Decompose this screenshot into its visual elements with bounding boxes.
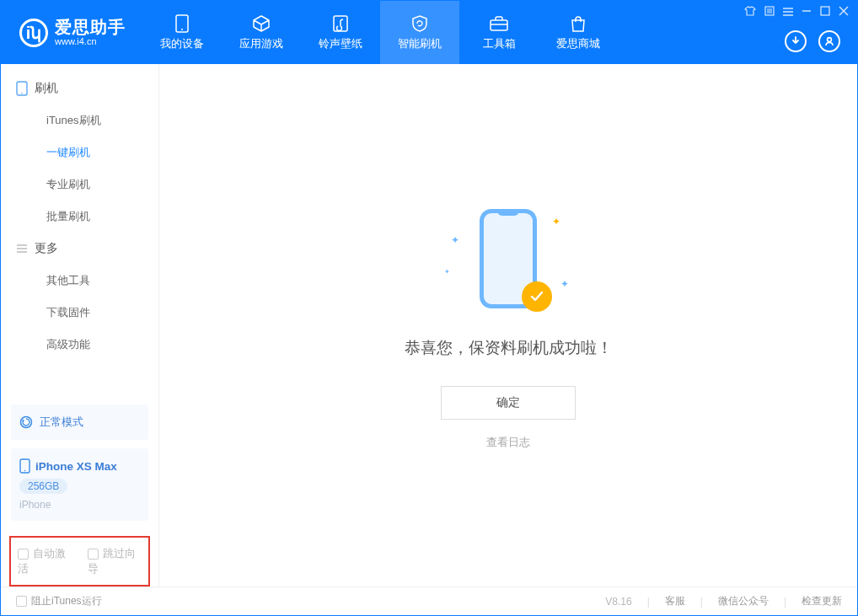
menu-icon[interactable]: [783, 6, 793, 19]
view-log-link[interactable]: 查看日志: [486, 435, 530, 450]
sidebar-item-itunes-flash[interactable]: iTunes刷机: [1, 104, 158, 137]
sidebar-item-other-tools[interactable]: 其他工具: [1, 265, 158, 297]
app-url: www.i4.cn: [55, 36, 126, 46]
app-title: 爱思助手: [55, 18, 126, 36]
svg-rect-14: [821, 7, 829, 15]
music-file-icon: [329, 14, 352, 33]
svg-point-1: [181, 29, 183, 30]
tab-toolbox[interactable]: 工具箱: [459, 1, 539, 64]
download-icon[interactable]: [785, 30, 807, 52]
highlighted-options: 自动激活 跳过向导: [9, 536, 150, 587]
shield-refresh-icon: [408, 14, 432, 33]
sidebar-item-batch-flash[interactable]: 批量刷机: [1, 201, 158, 233]
footer-link-update[interactable]: 检查更新: [802, 594, 842, 608]
svg-point-18: [21, 93, 23, 94]
nav-tabs: 我的设备 应用游戏 铃声壁纸 智能刷机 工具箱 爱思商城: [142, 1, 618, 64]
shirt-icon[interactable]: [744, 6, 756, 19]
minimize-button[interactable]: [802, 6, 812, 19]
phone-small-icon: [19, 458, 30, 474]
sidebar-item-one-click-flash[interactable]: 一键刷机: [1, 137, 158, 169]
tab-apps-games[interactable]: 应用游戏: [222, 1, 301, 64]
footer-link-support[interactable]: 客服: [665, 594, 685, 608]
tab-ringtones[interactable]: 铃声壁纸: [301, 1, 380, 64]
sidebar-section-more: 更多: [1, 233, 158, 265]
refresh-icon: [19, 415, 33, 429]
close-button[interactable]: [839, 6, 849, 19]
main-content: ✦ ✦ ✦ ✦ 恭喜您，保资料刷机成功啦！ 确定 查看日志: [159, 64, 857, 587]
check-badge-icon: [522, 281, 552, 312]
checkbox-block-itunes[interactable]: 阻止iTunes运行: [16, 594, 102, 608]
svg-point-5: [828, 37, 832, 41]
titlebar: iʮ 爱思助手 www.i4.cn 我的设备 应用游戏 铃声壁纸 智能刷机: [1, 1, 857, 64]
svg-point-24: [24, 470, 26, 472]
tab-my-device[interactable]: 我的设备: [142, 1, 222, 64]
tab-store[interactable]: 爱思商城: [539, 1, 618, 64]
mode-indicator[interactable]: 正常模式: [11, 404, 148, 440]
toolbox-icon: [487, 14, 511, 33]
success-illustration: ✦ ✦ ✦ ✦: [441, 201, 576, 319]
sidebar-section-flash: 刷机: [1, 72, 158, 104]
svg-rect-3: [491, 20, 507, 30]
user-icon[interactable]: [818, 30, 840, 52]
device-type: iPhone: [19, 499, 51, 511]
checkbox-skip-guide[interactable]: 跳过向导: [88, 546, 142, 576]
bag-icon: [566, 14, 590, 33]
tab-smart-flash[interactable]: 智能刷机: [380, 1, 459, 64]
sidebar-item-download-firmware[interactable]: 下载固件: [1, 297, 158, 329]
footer: 阻止iTunes运行 V8.16 | 客服 | 微信公众号 | 检查更新: [1, 587, 857, 615]
logo: iʮ 爱思助手 www.i4.cn: [1, 1, 142, 64]
sidebar-item-pro-flash[interactable]: 专业刷机: [1, 169, 158, 201]
window-controls: [744, 6, 849, 19]
sidebar: 刷机 iTunes刷机 一键刷机 专业刷机 批量刷机 更多 其他工具 下载固件 …: [1, 64, 159, 587]
device-icon: [170, 14, 194, 33]
success-message: 恭喜您，保资料刷机成功啦！: [405, 337, 613, 359]
maximize-button[interactable]: [820, 6, 830, 19]
footer-link-wechat[interactable]: 微信公众号: [718, 594, 769, 608]
lines-icon: [16, 244, 28, 254]
phone-icon: [16, 81, 28, 96]
confirm-button[interactable]: 确定: [441, 386, 576, 420]
device-info[interactable]: iPhone XS Max 256GB iPhone: [11, 448, 148, 521]
version-label: V8.16: [605, 596, 631, 608]
storage-badge: 256GB: [19, 479, 67, 494]
cube-icon: [249, 14, 273, 33]
checkbox-auto-activate[interactable]: 自动激活: [18, 546, 72, 576]
logo-icon: iʮ: [19, 19, 48, 47]
sidebar-item-advanced[interactable]: 高级功能: [1, 329, 158, 361]
list-icon[interactable]: [764, 6, 775, 19]
